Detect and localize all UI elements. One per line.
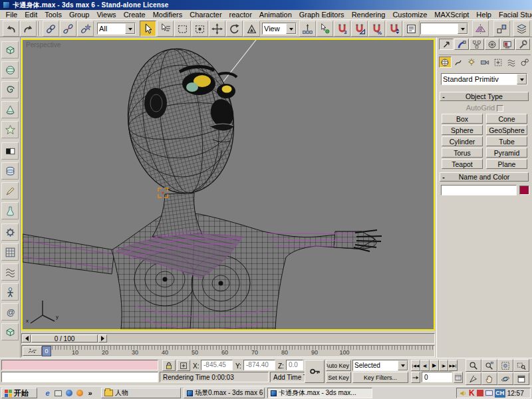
window-crossing-button[interactable] <box>192 21 208 37</box>
align-button[interactable] <box>493 21 510 37</box>
sphere-tool-button[interactable] <box>1 61 19 78</box>
maxscript-listener-pink[interactable] <box>1 360 158 370</box>
gear-tool-button[interactable] <box>1 223 19 241</box>
menu-rendering[interactable]: Rendering <box>348 11 389 19</box>
volume-icon[interactable] <box>460 390 467 397</box>
menu-create[interactable]: Create <box>120 11 149 19</box>
coil-tool-button[interactable] <box>1 162 19 180</box>
track-bar-ruler[interactable]: 0 10 20 30 40 50 60 70 80 90 100 <box>43 346 434 356</box>
zoom-extents-button[interactable] <box>497 359 513 372</box>
menu-maxscript[interactable]: MAXScript <box>431 11 473 19</box>
object-type-rollout[interactable]: - Object Type <box>440 92 529 101</box>
category-spacewarps[interactable] <box>505 57 517 68</box>
chevron-down-icon[interactable] <box>398 360 408 370</box>
plane-button[interactable]: Plane <box>486 159 527 169</box>
menu-graph-editors[interactable]: Graph Editors <box>295 11 348 19</box>
chevron-down-icon[interactable] <box>517 74 527 84</box>
z-coordinate-field[interactable]: 0.0 <box>286 360 303 370</box>
menu-customize[interactable]: Customize <box>389 11 431 19</box>
person-tool-button[interactable] <box>1 283 19 301</box>
set-keys-button[interactable] <box>305 360 325 383</box>
previous-frame-button[interactable]: ◀| <box>420 360 430 371</box>
grid-tool-button[interactable] <box>1 243 19 261</box>
cylinder-button[interactable]: Cylinder <box>442 136 483 146</box>
pen-tool-button[interactable] <box>1 182 19 200</box>
geosphere-button[interactable]: GeoSphere <box>486 125 527 135</box>
x-coordinate-field[interactable]: -845.45 <box>201 360 233 370</box>
lock-selection-toggle[interactable] <box>162 360 176 371</box>
im-icon[interactable] <box>477 390 483 396</box>
tab-hierarchy[interactable] <box>469 39 484 50</box>
set-key-button[interactable]: Set Key <box>326 372 351 383</box>
angle-snap-button[interactable] <box>351 21 368 37</box>
box-tool-button[interactable] <box>1 323 19 340</box>
viewport-label[interactable]: Perspective <box>26 41 61 49</box>
arc-rotate-button[interactable] <box>497 372 513 385</box>
category-helpers[interactable] <box>491 57 504 68</box>
menu-tools[interactable]: Tools <box>41 11 66 19</box>
absolute-offset-toggle[interactable] <box>177 360 190 371</box>
menu-file[interactable]: File <box>2 11 21 19</box>
tab-motion[interactable] <box>485 39 499 50</box>
mini-curve-editor-button[interactable] <box>23 346 42 356</box>
play-button[interactable]: ▶ <box>430 360 439 371</box>
menu-modifiers[interactable]: Modifiers <box>149 11 186 19</box>
torus-button[interactable]: Torus <box>442 148 483 158</box>
y-coordinate-field[interactable]: -874.40 <box>243 360 275 370</box>
category-shapes[interactable] <box>452 57 465 68</box>
redo-button[interactable] <box>20 21 37 37</box>
snap-toggle-button[interactable] <box>334 21 350 37</box>
spiral-tool-button[interactable] <box>1 81 19 98</box>
name-color-rollout[interactable]: - Name and Color <box>440 172 529 182</box>
antivirus-icon[interactable]: K <box>469 388 475 398</box>
wave-tool-button[interactable] <box>1 263 19 281</box>
zoom-all-button[interactable] <box>481 359 497 372</box>
cone-tool-button[interactable] <box>1 101 19 118</box>
named-selection-sets-button[interactable] <box>403 21 420 37</box>
autogrid-checkbox[interactable] <box>497 105 503 112</box>
current-frame-input[interactable] <box>424 373 450 381</box>
listener-input-white[interactable] <box>4 373 156 381</box>
shell-tool-button[interactable] <box>1 303 19 321</box>
object-name-input[interactable] <box>444 186 514 194</box>
selection-set-select[interactable]: Selected <box>352 360 408 371</box>
layer-manager-button[interactable] <box>513 21 530 37</box>
select-move-button[interactable] <box>209 21 225 37</box>
category-lights[interactable] <box>466 57 478 68</box>
select-link-button[interactable] <box>43 21 59 37</box>
tab-display[interactable] <box>500 39 515 50</box>
category-cameras[interactable] <box>479 57 491 68</box>
key-mode-toggle[interactable] <box>411 372 420 383</box>
listener-input-pink[interactable] <box>4 361 156 369</box>
tab-modify[interactable] <box>454 39 469 50</box>
box-button[interactable]: Box <box>442 114 483 124</box>
mirror-button[interactable] <box>472 21 489 37</box>
menu-views[interactable]: Views <box>93 11 120 19</box>
zoom-button[interactable] <box>466 359 481 372</box>
selection-region-button[interactable] <box>174 21 191 37</box>
pyramid-button[interactable]: Pyramid <box>486 148 527 158</box>
zoom-region-button[interactable] <box>513 359 529 372</box>
media-player-icon[interactable] <box>74 388 84 398</box>
bind-to-spacewarp-button[interactable] <box>77 21 94 37</box>
cube-tool-button[interactable] <box>1 41 19 59</box>
key-filters-button[interactable]: Key Filters... <box>352 372 408 383</box>
flask-tool-button[interactable] <box>1 202 19 219</box>
time-slider-handle[interactable]: 0 / 100 <box>31 334 98 342</box>
time-slider-prev-button[interactable] <box>22 334 31 342</box>
menu-character[interactable]: Character <box>186 11 225 19</box>
select-scale-button[interactable] <box>243 21 260 37</box>
pan-button[interactable] <box>481 372 497 385</box>
tube-button[interactable]: Tube <box>486 136 527 146</box>
named-selection-select[interactable] <box>420 23 468 35</box>
min-max-toggle-button[interactable] <box>513 372 529 385</box>
time-slider[interactable]: 0 / 100 <box>21 333 435 344</box>
track-bar[interactable]: 0 10 20 30 40 50 60 70 80 90 100 0 <box>21 345 435 357</box>
tab-create[interactable] <box>439 39 454 50</box>
category-systems[interactable] <box>518 57 531 68</box>
spinner-snap-button[interactable] <box>386 21 402 37</box>
teapot-button[interactable]: Teapot <box>442 159 483 169</box>
reference-coordinate-select[interactable]: View <box>262 23 297 35</box>
menu-help[interactable]: Help <box>473 11 495 19</box>
chevron-down-icon[interactable] <box>125 23 135 34</box>
